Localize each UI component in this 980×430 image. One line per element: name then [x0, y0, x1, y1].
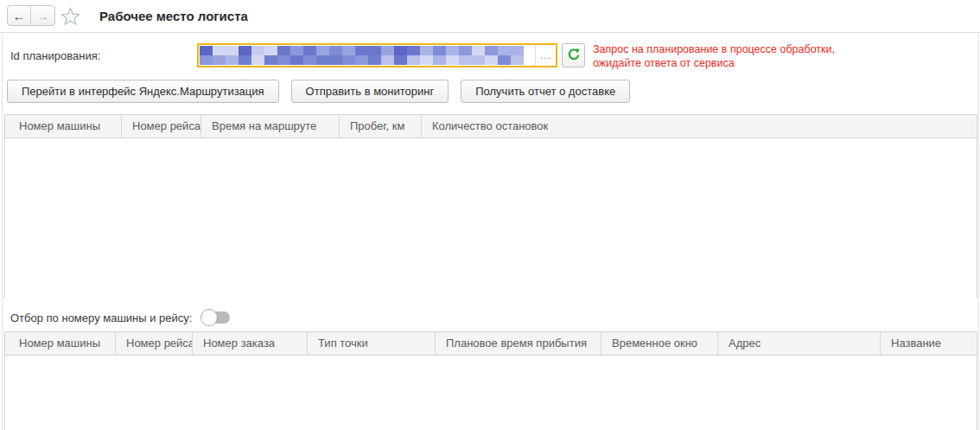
column-header-stops-count[interactable]: Количество остановок: [422, 115, 977, 138]
toggle-knob: [200, 309, 218, 326]
stops-table-body[interactable]: [5, 356, 977, 430]
column-header-time-window[interactable]: Временное окно: [601, 332, 718, 355]
send-to-monitoring-button[interactable]: Отправить в мониторинг: [291, 80, 449, 103]
window-right-border: [978, 34, 979, 430]
planning-id-label: Id планирования:: [10, 49, 100, 62]
stops-table-header: Номер машины Номер рейса Номер заказа Ти…: [5, 332, 977, 356]
planning-id-input[interactable]: ...: [197, 43, 557, 67]
column-header-vehicle-number[interactable]: Номер машины: [5, 332, 116, 355]
status-message: Запрос на планирование в процессе обрабо…: [593, 42, 980, 70]
refresh-button[interactable]: [562, 43, 585, 67]
toolbar: Перейти в интерфейс Яндекс.Маршрутизация…: [7, 80, 630, 103]
planning-id-redacted: [200, 46, 534, 65]
title-bar: ← → Рабочее место логиста: [0, 0, 980, 33]
column-header-time-on-route[interactable]: Время на маршруте: [201, 115, 340, 138]
status-line-1: Запрос на планирование в процессе обрабо…: [593, 42, 980, 56]
favorite-star-icon[interactable]: [60, 7, 80, 26]
choose-value-button[interactable]: ...: [535, 45, 556, 66]
open-yandex-routing-button[interactable]: Перейти в интерфейс Яндекс.Маршрутизация: [7, 80, 279, 103]
routes-table-body[interactable]: [5, 138, 977, 299]
refresh-icon: [567, 48, 581, 64]
column-header-vehicle-number[interactable]: Номер машины: [5, 115, 122, 138]
get-delivery-report-button[interactable]: Получить отчет о доставке: [461, 80, 630, 103]
forward-button[interactable]: →: [31, 6, 54, 25]
page-title: Рабочее место логиста: [99, 9, 248, 23]
column-header-mileage-km[interactable]: Пробег, км: [340, 115, 422, 138]
filter-toggle-switch[interactable]: [200, 309, 230, 326]
column-header-trip-number[interactable]: Номер рейса: [116, 332, 193, 355]
status-line-2: ожидайте ответа от сервиса: [593, 56, 980, 70]
routes-table: Номер машины Номер рейса Время на маршру…: [4, 114, 977, 298]
column-header-address[interactable]: Адрес: [718, 332, 881, 355]
nav-button-group: ← →: [7, 5, 55, 26]
back-button[interactable]: ←: [8, 6, 31, 25]
routes-table-header: Номер машины Номер рейса Время на маршру…: [5, 115, 977, 138]
window-left-border: [2, 34, 3, 430]
column-header-trip-number[interactable]: Номер рейса: [122, 115, 201, 138]
column-header-name[interactable]: Название: [881, 332, 977, 355]
stops-table: Номер машины Номер рейса Номер заказа Ти…: [4, 331, 977, 430]
column-header-order-number[interactable]: Номер заказа: [193, 332, 308, 355]
filter-toggle-label: Отбор по номеру машины и рейсу:: [10, 311, 192, 324]
column-header-point-type[interactable]: Тип точки: [308, 332, 436, 355]
column-header-planned-arrival-time[interactable]: Плановое время прибытия: [436, 332, 601, 355]
